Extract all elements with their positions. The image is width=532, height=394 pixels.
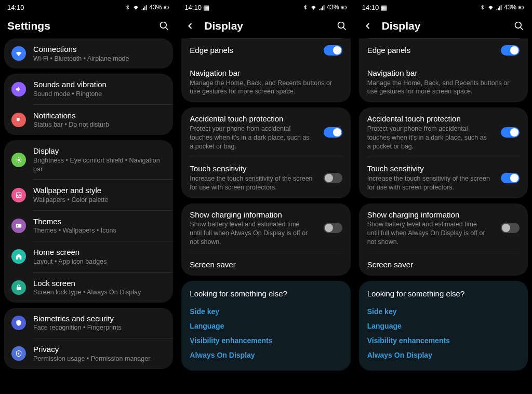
status-time: 14:10 ▦ (362, 4, 387, 11)
row-title: Privacy (33, 344, 166, 355)
link-visibility[interactable]: Visibility enhancements (190, 333, 342, 348)
toggle-switch[interactable] (501, 45, 520, 56)
search-button[interactable] (336, 20, 348, 32)
row-charging-info[interactable]: Show charging informationShow battery le… (181, 203, 350, 253)
display-icon (11, 153, 26, 167)
row-subtitle: Status bar • Do not disturb (33, 120, 166, 129)
row-screen-saver[interactable]: Screen saver (181, 253, 350, 276)
toggle-knob (510, 128, 518, 137)
link-side-key[interactable]: Side key (190, 304, 342, 319)
row-navigation-bar[interactable]: Navigation barManage the Home, Back, and… (359, 62, 528, 102)
row-subtitle: Face recognition • Fingerprints (33, 323, 166, 332)
back-button[interactable] (184, 20, 196, 32)
settings-group: DisplayBrightness • Eye comfort shield •… (4, 140, 173, 303)
settings-item[interactable]: ThemesThemes • Wallpapers • Icons (4, 211, 173, 241)
settings-item[interactable]: Sounds and vibrationSound mode • Rington… (4, 74, 173, 104)
link-side-key[interactable]: Side key (367, 304, 520, 319)
settings-text: Lock screenScreen lock type • Always On … (33, 278, 166, 297)
row-accidental-touch[interactable]: Accidental touch protectionProtect your … (359, 107, 528, 157)
toggle-knob (510, 46, 518, 55)
svg-point-3 (161, 22, 167, 29)
row-charging-info[interactable]: Show charging informationShow battery le… (359, 203, 528, 253)
row-subtitle: Brightness • Eye comfort shield • Naviga… (33, 156, 166, 174)
bluetooth-icon (124, 4, 131, 11)
bluetooth-icon (479, 4, 486, 11)
toggle-switch[interactable] (501, 127, 520, 138)
settings-text: PrivacyPermission usage • Permission man… (33, 344, 166, 363)
page-title: Display (382, 20, 505, 32)
settings-item[interactable]: Lock screenScreen lock type • Always On … (4, 273, 173, 303)
row-navigation-bar[interactable]: Navigation barManage the Home, Back, and… (181, 62, 350, 102)
header: Settings (0, 15, 177, 38)
svg-rect-14 (346, 7, 347, 8)
svg-rect-2 (169, 7, 169, 8)
settings-group: Sounds and vibrationSound mode • Rington… (4, 74, 173, 135)
settings-item[interactable]: Wallpaper and styleWallpapers • Color pa… (4, 180, 173, 210)
wifi-icon (487, 4, 494, 11)
toggle-switch[interactable] (501, 173, 520, 183)
bluetooth-icon (302, 4, 309, 11)
toggle-knob (325, 174, 333, 182)
toggle-knob (333, 46, 341, 55)
settings-text: Wallpaper and styleWallpapers • Color pa… (33, 185, 166, 204)
row-edge-panels[interactable]: Edge panels (181, 39, 350, 62)
settings-text: Biometrics and securityFace recognition … (33, 314, 166, 332)
settings-item[interactable]: PrivacyPermission usage • Permission man… (4, 338, 173, 369)
row-title: Home screen (33, 247, 166, 257)
signal-icon (318, 4, 325, 11)
row-edge-panels[interactable]: Edge panels (359, 39, 528, 62)
settings-text: Home screenLayout • App icon badges (33, 247, 166, 266)
wifi-icon (11, 46, 26, 61)
toggle-knob (510, 174, 518, 182)
toggle-switch[interactable] (501, 223, 520, 233)
settings-text: NotificationsStatus bar • Do not disturb (33, 111, 166, 129)
back-button[interactable] (362, 20, 374, 32)
looking-title: Looking for something else? (190, 289, 342, 298)
privacy-icon (11, 346, 26, 361)
settings-item[interactable]: ConnectionsWi-Fi • Bluetooth • Airplane … (4, 38, 173, 69)
phone-display-b: 14:10 ▦43%DisplayEdge panelsNavigation b… (355, 0, 532, 394)
back-icon (185, 21, 195, 31)
settings-item[interactable]: NotificationsStatus bar • Do not disturb (4, 105, 173, 135)
link-aod[interactable]: Always On Display (190, 348, 342, 362)
toggle-switch[interactable] (324, 45, 342, 56)
row-touch-sensitivity[interactable]: Touch sensitivityIncrease the touch sens… (181, 157, 350, 198)
row-touch-sensitivity[interactable]: Touch sensitivityIncrease the touch sens… (359, 157, 528, 198)
search-icon (337, 21, 347, 31)
settings-list: ConnectionsWi-Fi • Bluetooth • Airplane … (0, 38, 177, 379)
svg-rect-7 (16, 224, 22, 227)
bio-icon (11, 316, 26, 330)
settings-group: ConnectionsWi-Fi • Bluetooth • Airplane … (4, 38, 173, 69)
row-title: Connections (33, 44, 166, 55)
toggle-switch[interactable] (324, 173, 342, 183)
wifi-icon (132, 4, 139, 11)
link-aod[interactable]: Always On Display (367, 348, 520, 362)
settings-item[interactable]: Home screenLayout • App icon badges (4, 241, 173, 271)
wifi-icon (310, 4, 317, 11)
signal-icon (141, 4, 148, 11)
search-button[interactable] (513, 20, 525, 32)
link-language[interactable]: Language (367, 319, 520, 333)
row-accidental-touch[interactable]: Accidental touch protectionProtect your … (181, 107, 350, 157)
statusbar: 14:10 43% (0, 0, 177, 15)
settings-text: ConnectionsWi-Fi • Bluetooth • Airplane … (33, 44, 166, 63)
lock-icon (11, 280, 26, 295)
row-title: Sounds and vibration (33, 79, 166, 90)
toggle-switch[interactable] (324, 223, 342, 233)
statusbar: 14:10 ▦43% (177, 0, 354, 15)
svg-rect-13 (342, 6, 343, 8)
svg-point-20 (515, 22, 521, 29)
search-icon (514, 21, 524, 31)
settings-item[interactable]: Biometrics and securityFace recognition … (4, 308, 173, 338)
back-icon (363, 21, 373, 31)
statusbar: 14:10 ▦43% (355, 0, 532, 15)
toggle-switch[interactable] (324, 127, 342, 138)
display-group-3: Show charging informationShow battery le… (359, 203, 528, 276)
search-button[interactable] (158, 20, 170, 32)
link-visibility[interactable]: Visibility enhancements (367, 333, 520, 348)
row-subtitle: Themes • Wallpapers • Icons (33, 226, 166, 235)
link-language[interactable]: Language (190, 319, 342, 333)
svg-rect-1 (164, 6, 166, 8)
row-screen-saver[interactable]: Screen saver (359, 253, 528, 276)
settings-item[interactable]: DisplayBrightness • Eye comfort shield •… (4, 140, 173, 179)
